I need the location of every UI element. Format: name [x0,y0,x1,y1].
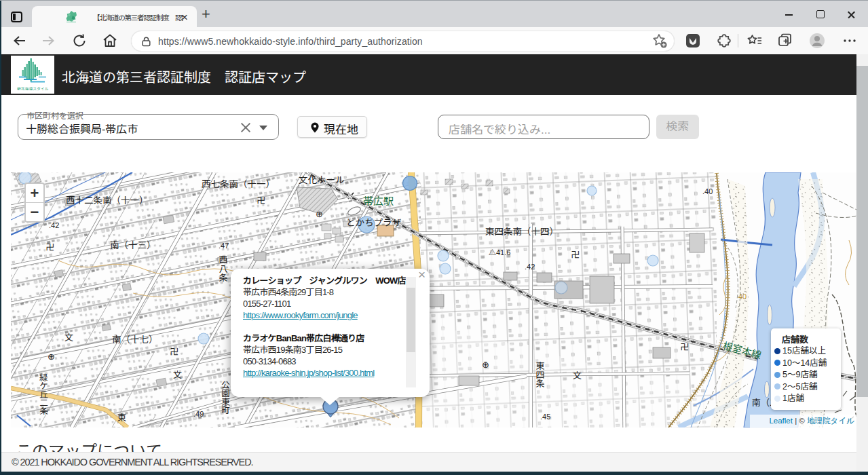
svg-text:卍: 卍 [170,347,178,357]
svg-text:⊕: ⊕ [482,360,489,370]
svg-text:文: 文 [64,332,73,343]
svg-text:卍: 卍 [680,342,689,352]
svg-text:.49: .49 [193,410,204,418]
svg-text:東四条南（十四）: 東四条南（十四） [485,227,559,237]
svg-text:西十二条南（十一）: 西十二条南（十一） [66,195,149,206]
svg-text:△41.6: △41.6 [489,248,510,256]
svg-text:帯広駅: 帯広駅 [363,195,394,207]
svg-text:卍: 卍 [257,195,265,206]
svg-text:卍: 卍 [45,242,54,252]
svg-text:.42: .42 [525,263,535,271]
svg-text:.45: .45 [540,413,550,421]
svg-text:南（十七）: 南（十七） [112,335,158,345]
svg-text:南（十三）: 南（十三） [110,240,156,250]
svg-text:40: 40 [738,292,747,301]
svg-text:東: 東 [117,413,126,423]
svg-text:新北海道スタイル: 新北海道スタイル [17,87,49,91]
svg-text:緑ケ丘二条: 緑ケ丘二条 [38,373,48,415]
svg-text:公園東町: 公園東町 [220,380,229,415]
svg-text:⊕: ⊕ [316,209,323,219]
svg-text:西八条: 西八条 [218,255,228,282]
svg-text:東四条: 東四条 [535,361,545,387]
svg-text:.42: .42 [49,221,59,229]
svg-text:とかちプラザ: とかちプラザ [346,218,401,228]
svg-text:文: 文 [573,370,582,381]
svg-text:卍: 卍 [571,250,580,260]
svg-text:⊕: ⊕ [48,352,55,362]
svg-text:.47: .47 [219,242,229,250]
svg-text:文化ホール: 文化ホール [299,175,345,185]
svg-text:文: 文 [173,370,182,380]
svg-text:西七条南（十一）: 西七条南（十一） [202,179,275,189]
svg-text:.40: .40 [702,187,713,195]
